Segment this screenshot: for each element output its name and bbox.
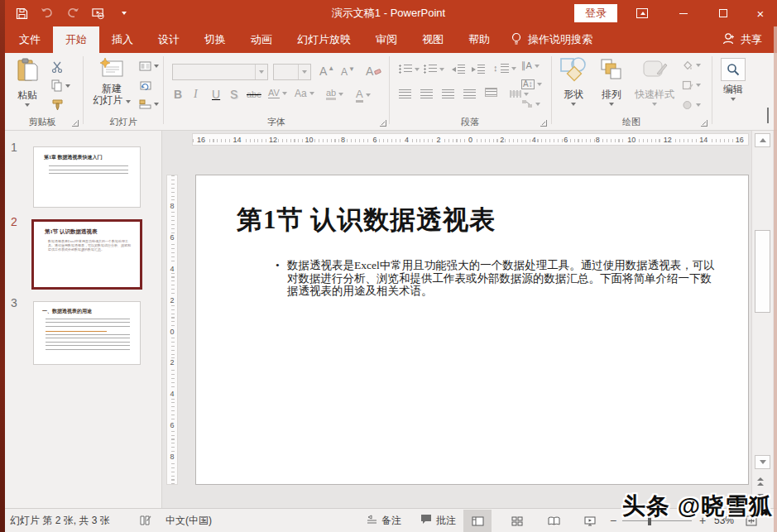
shape-outline-button[interactable]	[682, 80, 701, 90]
previous-slide-button[interactable]	[757, 477, 764, 486]
copy-button[interactable]	[51, 79, 70, 92]
shrink-font-button[interactable]: A▼	[341, 66, 355, 78]
copy-dropdown-icon[interactable]	[65, 84, 70, 88]
tab-view[interactable]: 视图	[410, 26, 456, 53]
bold-button[interactable]: B	[174, 88, 182, 101]
tab-insert[interactable]: 插入	[99, 26, 146, 53]
slide-title[interactable]: 第1节 认识数据透视表	[237, 203, 496, 237]
drawing-dialog-launcher[interactable]	[701, 120, 707, 127]
arrange-dropdown-icon[interactable]	[609, 103, 614, 106]
format-painter-button[interactable]	[51, 98, 64, 111]
section-dropdown-icon[interactable]	[154, 103, 159, 106]
decrease-indent-button[interactable]	[452, 65, 465, 74]
change-case-button[interactable]: Aa	[295, 88, 314, 99]
paste-button[interactable]: 粘贴	[10, 58, 45, 107]
share-button[interactable]: 共享	[722, 26, 777, 53]
spellcheck-button[interactable]	[139, 509, 151, 532]
bullets-button[interactable]	[399, 65, 420, 74]
customize-qat-icon[interactable]	[118, 7, 131, 20]
justify-button[interactable]	[463, 89, 476, 98]
slide-sorter-view-button[interactable]	[503, 510, 531, 532]
numbering-button[interactable]	[424, 65, 444, 74]
character-spacing-button[interactable]: AV	[268, 88, 287, 98]
quick-styles-button[interactable]: 快速样式	[632, 57, 677, 106]
login-button[interactable]: 登录	[574, 4, 617, 22]
new-slide-button[interactable]: 新建 幻灯片	[89, 58, 134, 106]
normal-view-button[interactable]	[463, 510, 492, 532]
redo-icon[interactable]	[66, 7, 79, 20]
text-shadow-button[interactable]: S	[230, 88, 237, 101]
tab-design[interactable]: 设计	[146, 26, 192, 53]
tab-transitions[interactable]: 切换	[192, 26, 238, 53]
tab-file[interactable]: 文件	[7, 26, 53, 53]
shapes-dropdown-icon[interactable]	[571, 103, 576, 106]
underline-button[interactable]: U	[212, 88, 220, 101]
cut-button[interactable]	[51, 61, 64, 73]
align-center-button[interactable]	[420, 89, 433, 98]
editing-dropdown-icon[interactable]	[731, 98, 736, 101]
font-size-combo[interactable]	[273, 64, 311, 80]
slide-1-thumbnail[interactable]: 第1章 数据透视表快速入门	[33, 146, 141, 208]
strikethrough-button[interactable]: abc	[247, 89, 261, 99]
clipboard-dialog-launcher[interactable]	[72, 120, 79, 127]
reading-view-button[interactable]	[540, 510, 568, 532]
clear-formatting-button[interactable]: A	[366, 65, 381, 78]
align-left-button[interactable]	[399, 89, 411, 98]
slide-counter[interactable]: 幻灯片 第 2 张, 共 3 张	[10, 509, 110, 532]
collapse-ribbon-button[interactable]	[767, 109, 769, 124]
columns-button[interactable]	[510, 89, 529, 98]
tab-home[interactable]: 开始	[53, 26, 99, 53]
shape-fill-button[interactable]	[682, 60, 701, 70]
maximize-button[interactable]	[709, 0, 737, 26]
reset-slide-button[interactable]	[139, 80, 151, 91]
font-dialog-launcher[interactable]	[380, 120, 386, 127]
language-indicator[interactable]: 中文(中国)	[165, 509, 212, 532]
ribbon-display-options-button[interactable]	[628, 0, 656, 26]
paste-dropdown-icon[interactable]	[25, 103, 30, 107]
highlight-color-button[interactable]: ab	[326, 88, 343, 100]
save-icon[interactable]	[15, 7, 28, 20]
close-button[interactable]: ×	[746, 0, 775, 26]
minimize-button[interactable]	[669, 0, 698, 26]
highlight-dropdown-icon	[338, 93, 343, 96]
editing-button[interactable]: 编辑	[719, 58, 747, 101]
section-button[interactable]	[139, 99, 159, 109]
scroll-down-button[interactable]	[755, 455, 770, 469]
shapes-button[interactable]: 形状	[556, 57, 591, 106]
tab-help[interactable]: 帮助	[456, 26, 502, 53]
layout-button[interactable]	[139, 61, 159, 71]
arrange-button[interactable]: 排列	[594, 57, 629, 106]
italic-button[interactable]: I	[194, 88, 198, 101]
scroll-up-button[interactable]	[755, 133, 770, 147]
tab-slideshow[interactable]: 幻灯片放映	[285, 26, 363, 53]
zoom-out-button[interactable]: −	[610, 509, 616, 532]
comments-button[interactable]: 批注	[420, 509, 456, 532]
layout-dropdown-icon[interactable]	[154, 65, 159, 68]
scrollbar-thumb[interactable]	[755, 230, 770, 313]
paste-clipboard-icon	[17, 58, 38, 87]
undo-icon[interactable]	[41, 7, 54, 20]
text-direction-button[interactable]: ∥A	[521, 61, 540, 70]
start-from-beginning-icon[interactable]	[92, 7, 105, 20]
paragraph-dialog-launcher[interactable]	[540, 120, 547, 127]
slide-body-text[interactable]: • 数据透视表是Excel中常用且功能强大的一个数据处理工具。通过使用数据透视表…	[276, 259, 717, 298]
align-text-button[interactable]: A↕	[521, 79, 542, 89]
convert-smartart-button[interactable]	[521, 99, 540, 108]
line-spacing-button[interactable]: ↕	[493, 64, 516, 73]
new-slide-dropdown-icon[interactable]	[126, 100, 131, 103]
align-right-button[interactable]	[442, 89, 454, 98]
font-name-combo[interactable]	[172, 64, 268, 80]
slide-3-thumbnail[interactable]: 一、数据透视表的用途	[33, 301, 141, 365]
shape-effects-button[interactable]	[682, 100, 701, 110]
tab-animations[interactable]: 动画	[238, 26, 285, 53]
distribute-button[interactable]	[485, 88, 497, 97]
font-color-button[interactable]: A	[356, 88, 371, 103]
tell-me-search[interactable]: 操作说明搜索	[502, 26, 601, 53]
tab-review[interactable]: 审阅	[363, 26, 410, 53]
increase-indent-button[interactable]	[472, 65, 485, 74]
slide-2-thumbnail[interactable]: 第1节 认识数据透视表 数据透视表是Excel中常用且功能强大的一个数据处理工具…	[31, 219, 142, 290]
grow-font-button[interactable]: A▲	[319, 65, 334, 78]
notes-button[interactable]: 备注	[367, 509, 401, 532]
slide-show-button[interactable]	[576, 510, 604, 532]
slide-canvas[interactable]: 第1节 认识数据透视表 • 数据透视表是Excel中常用且功能强大的一个数据处理…	[195, 175, 749, 485]
